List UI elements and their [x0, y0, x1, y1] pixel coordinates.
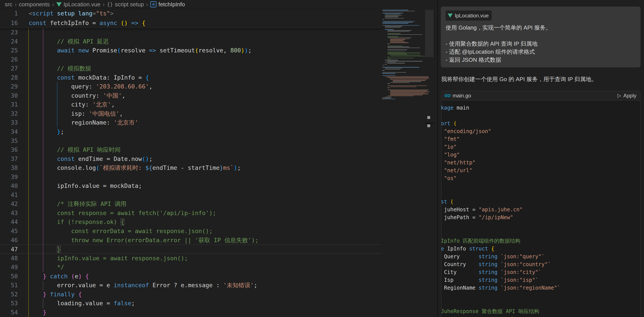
code-block-line [441, 112, 640, 120]
code-line-26[interactable]: 26 [0, 55, 382, 64]
code-line-23[interactable]: 23 [0, 28, 382, 37]
code-line-24[interactable]: 24 // 模拟 API 延迟 [0, 37, 382, 46]
code-line-35[interactable]: 35 [0, 136, 382, 145]
minimap-line [388, 34, 422, 35]
minimap-line [382, 65, 384, 66]
code-token [29, 210, 57, 216]
code-line-38[interactable]: 38 console.log(`模拟请求耗时: ${endTime - star… [0, 163, 382, 172]
code-line-16[interactable]: 16const fetchIpInfo = async () => { [0, 18, 382, 28]
code-token [29, 219, 57, 225]
minimap-line [382, 11, 415, 11]
code-token: } [57, 128, 60, 135]
sticky-scroll[interactable]: 1<script setup lang="ts">16const fetchIp… [0, 9, 382, 28]
code-token [75, 291, 78, 298]
code-block-line: City string `json:"city"` [441, 268, 640, 276]
code-line-44[interactable]: 44 if (!response.ok) { [0, 217, 382, 227]
code-line-52[interactable]: 52 } finally { [0, 290, 382, 299]
code-line-34[interactable]: 34 }; [0, 127, 382, 136]
code-token: throw new Error(errorData.error || '获取 I… [71, 237, 258, 244]
code-token: { [121, 219, 124, 225]
code-line-37[interactable]: 37 const endTime = Date.now(); [0, 154, 382, 164]
code-line-32[interactable]: 32 isp: '中国电信', [0, 109, 382, 118]
scrollbar-slider[interactable] [425, 10, 434, 57]
minimap-line [390, 56, 425, 56]
code-token: City [441, 269, 479, 275]
code-block-filename: GO main.go [444, 93, 471, 99]
code-token: "/ip/ipNew" [479, 214, 513, 221]
code-token: } [57, 246, 60, 253]
breadcrumb-item-file[interactable]: IpLocation.vue [64, 1, 100, 8]
code-token: () [142, 155, 149, 162]
code-token: loading.value = [29, 300, 114, 307]
code-line-46[interactable]: 46 throw new Error(errorData.error || '获… [0, 236, 382, 245]
code-line-41[interactable]: 41 [0, 190, 382, 200]
code-token: { [491, 246, 494, 252]
file-reference-chip[interactable]: IpLocation.vue [446, 10, 492, 21]
user-message-card: IpLocation.vue 使用 Golang，实现一个简单的 API 服务。… [441, 6, 640, 67]
sash-drag-handle[interactable] [427, 124, 430, 127]
code-line-40[interactable]: 40 ipInfo.value = mockData; [0, 181, 382, 190]
breadcrumb-item-components[interactable]: components [19, 1, 50, 8]
code-line-43[interactable]: 43 const response = await fetch('/api/ip… [0, 209, 382, 218]
code-line-50[interactable]: 50 } catch (e) { [0, 272, 382, 281]
code-line-25[interactable]: 25 await new Promise(resolve => setTimeo… [0, 46, 382, 55]
code-token: '北京' [92, 101, 112, 108]
breadcrumb-item-script-setup[interactable]: script setup [115, 1, 144, 8]
minimap[interactable] [382, 10, 425, 103]
code-line-27[interactable]: 27 // 模拟数据 [0, 64, 382, 73]
code-token: finally [50, 291, 75, 298]
line-number: 38 [0, 163, 18, 172]
code-token: import [441, 120, 450, 127]
code-block-line: type IpInfo struct { [441, 245, 640, 253]
code-line-53[interactable]: 53 loading.value = false; [0, 299, 382, 308]
code-block-body[interactable]: package mainimport ( "encoding/json" "fm… [442, 100, 640, 317]
apply-button[interactable]: ▷ Apply [618, 93, 636, 99]
minimap-line [388, 36, 398, 37]
code-line-51[interactable]: 51 error.value = e instanceof Error ? e.… [0, 281, 382, 290]
code-token: '未知错误' [223, 282, 254, 289]
code-token: string [479, 254, 498, 260]
code-token: ; [149, 155, 152, 162]
code-token: endTime = Date.now [75, 155, 142, 162]
chat-panel: IpLocation.vue 使用 Golang，实现一个简单的 API 服务。… [437, 0, 644, 317]
code-line-30[interactable]: 30 country: '中国', [0, 91, 382, 100]
code-token: type [441, 246, 444, 252]
breadcrumb-item-symbol[interactable]: fetchIpInfo [158, 1, 185, 8]
code-line-1[interactable]: 1<script setup lang="ts"> [0, 9, 382, 18]
code-line-31[interactable]: 31 city: '北京', [0, 100, 382, 109]
code-token: mockData: IpInfo = [75, 74, 145, 81]
code-token: isp: [29, 110, 89, 117]
code-line-42[interactable]: 42 /* 注释掉实际 API 调用 [0, 199, 382, 209]
minimap-line [388, 33, 400, 34]
line-number: 32 [0, 109, 18, 118]
code-token: "os" [444, 175, 457, 181]
sash-drag-handle[interactable] [427, 116, 430, 119]
code-block-line [441, 229, 640, 237]
code-token: await [57, 47, 75, 54]
code-token: // JuheResponse 聚合数据 API 响应结构 [441, 308, 539, 315]
line-number: 29 [0, 82, 18, 91]
code-line-28[interactable]: 28 const mockData: IpInfo = { [0, 73, 382, 82]
code-line-39[interactable]: 39 [0, 172, 382, 182]
code-token: /* 注释掉实际 API 调用 [57, 200, 126, 207]
code-line-29[interactable]: 29 query: '203.208.60.66', [0, 82, 382, 91]
code-token [29, 264, 57, 271]
line-number: 44 [0, 217, 18, 227]
code-line-47[interactable]: 47 } [0, 245, 382, 254]
code-block-line: // JuheResponse 聚合数据 API 响应结构 [441, 308, 640, 315]
code-editor[interactable]: 2324 // 模拟 API 延迟25 await new Promise(re… [0, 28, 382, 317]
code-token: { [142, 19, 145, 26]
code-token [68, 273, 71, 280]
line-number: 1 [0, 9, 18, 18]
code-token: "io" [444, 144, 457, 150]
code-line-36[interactable]: 36 // 模拟 API 响应时间 [0, 145, 382, 154]
code-token: const response = await fetch('/api/ip-in… [57, 210, 216, 216]
code-line-54[interactable]: 54 } [0, 308, 382, 317]
code-line-49[interactable]: 49 */ [0, 263, 382, 272]
code-token: package [441, 105, 454, 111]
code-token [441, 167, 444, 174]
code-line-45[interactable]: 45 const errorData = await response.json… [0, 227, 382, 236]
code-line-33[interactable]: 33 regionName: '北京市' [0, 118, 382, 127]
code-line-48[interactable]: 48 ipInfo.value = await response.json(); [0, 254, 382, 263]
breadcrumb-item-src[interactable]: src [5, 1, 12, 8]
